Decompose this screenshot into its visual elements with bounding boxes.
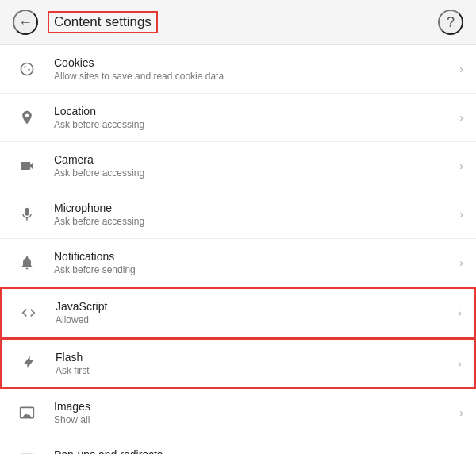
item-title-microphone: Microphone [54,202,453,214]
item-title-images: Images [54,400,453,413]
help-icon: ? [447,14,455,31]
svg-point-0 [24,66,26,68]
help-button[interactable]: ? [438,10,463,35]
settings-item-microphone[interactable]: Microphone Ask before accessing › [0,190,476,239]
item-subtitle-images: Show all [54,414,453,425]
settings-item-camera[interactable]: Camera Ask before accessing › [0,142,476,190]
item-content-location: Location Ask before accessing [54,105,453,130]
item-subtitle-javascript: Allowed [56,314,451,325]
item-content-notifications: Notifications Ask before sending [54,250,453,275]
chevron-right-icon: › [458,357,462,370]
item-title-camera: Camera [54,153,453,166]
item-subtitle-camera: Ask before accessing [54,167,453,179]
javascript-icon [14,305,43,321]
settings-item-javascript[interactable]: JavaScript Allowed › [0,287,476,338]
settings-item-flash[interactable]: Flash Ask first › [0,338,476,389]
item-subtitle-microphone: Ask before accessing [54,216,453,227]
item-title-cookies: Cookies [54,56,453,69]
chevron-right-icon: › [459,208,463,221]
notifications-icon [13,255,41,271]
svg-point-1 [28,69,30,71]
back-button[interactable]: ← [13,10,38,35]
cookie-icon [13,61,41,77]
images-icon [13,405,41,421]
svg-point-2 [25,71,27,72]
settings-item-location[interactable]: Location Ask before accessing › [0,94,476,142]
item-title-notifications: Notifications [54,250,453,263]
item-content-cookies: Cookies Allow sites to save and read coo… [54,56,453,82]
header-left: ← Content settings [13,10,158,35]
item-content-microphone: Microphone Ask before accessing [54,202,453,227]
page-title: Content settings [48,11,158,33]
chevron-right-icon: › [459,63,463,75]
chevron-right-icon: › [458,306,462,319]
header: ← Content settings ? [0,0,476,45]
chevron-right-icon: › [459,406,463,419]
chevron-right-icon: › [459,256,463,269]
item-title-popups: Pop-ups and redirects [54,448,453,454]
back-icon: ← [18,14,33,31]
settings-item-notifications[interactable]: Notifications Ask before sending › [0,239,476,287]
item-content-flash: Flash Ask first [56,351,451,376]
item-content-javascript: JavaScript Allowed [56,300,451,325]
microphone-icon [13,206,41,222]
item-title-javascript: JavaScript [56,300,451,313]
item-content-popups: Pop-ups and redirects Blocked [54,448,453,454]
flash-icon [14,356,43,371]
settings-item-images[interactable]: Images Show all › [0,389,476,437]
item-content-images: Images Show all [54,400,453,425]
item-title-flash: Flash [56,351,451,364]
settings-item-cookies[interactable]: Cookies Allow sites to save and read coo… [0,45,476,94]
settings-item-popups[interactable]: Pop-ups and redirects Blocked › [0,437,476,454]
item-subtitle-cookies: Allow sites to save and read cookie data [54,71,453,82]
item-subtitle-notifications: Ask before sending [54,264,453,275]
chevron-right-icon: › [459,111,463,124]
item-content-camera: Camera Ask before accessing [54,153,453,179]
settings-list: Cookies Allow sites to save and read coo… [0,45,476,454]
item-title-location: Location [54,105,453,117]
chevron-right-icon: › [459,160,463,172]
location-icon [13,110,41,125]
item-subtitle-flash: Ask first [56,365,451,376]
item-subtitle-location: Ask before accessing [54,119,453,130]
camera-icon [13,158,41,174]
